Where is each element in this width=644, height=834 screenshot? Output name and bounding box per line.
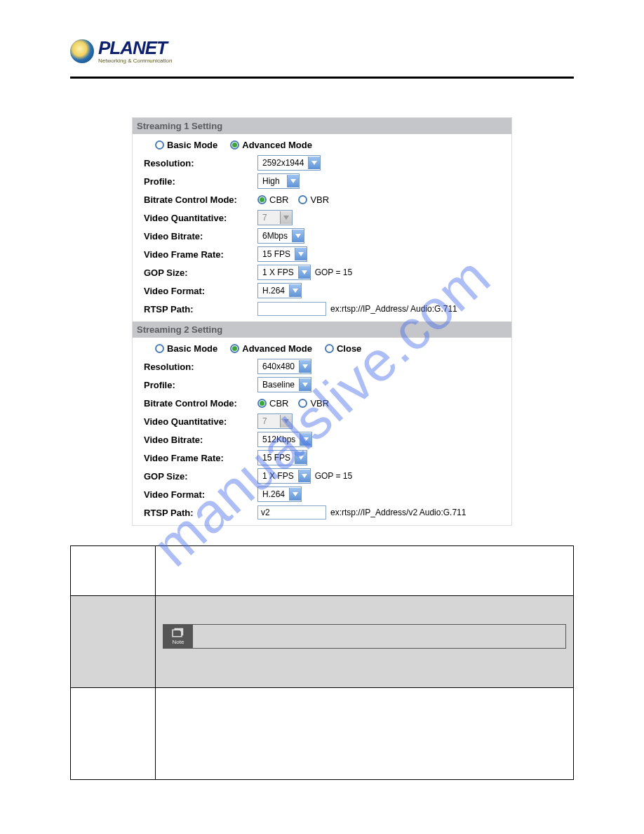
brand-logo: PLANET Networking & Communication	[70, 39, 574, 64]
s2-bitrate-mode-label: Bitrate Control Mode:	[144, 398, 257, 409]
s1-advanced-label: Advanced Mode	[242, 140, 312, 150]
s1-video-quant-label: Video Quantitative:	[144, 213, 257, 223]
s1-gop-size-select[interactable]: 1 X FPS	[257, 265, 311, 280]
s2-rtsp-path-label: RTSP Path:	[144, 508, 257, 518]
s1-video-format-value: H.264	[258, 286, 289, 296]
s2-vbr-radio[interactable]: VBR	[298, 398, 329, 409]
brand-name: PLANET	[98, 39, 172, 57]
s2-resolution-label: Resolution:	[144, 362, 257, 372]
s1-video-bitrate-value: 6Mbps	[258, 231, 292, 241]
s2-video-bitrate-label: Video Bitrate:	[144, 435, 257, 445]
note-text	[193, 625, 565, 648]
chevron-down-icon	[280, 415, 292, 428]
streaming-1-body: Basic Mode Advanced Mode Resolution: 259…	[133, 134, 511, 322]
s1-rtsp-path-label: RTSP Path:	[144, 304, 257, 315]
chevron-down-icon	[295, 451, 307, 464]
s1-profile-label: Profile:	[144, 176, 257, 187]
s1-bitrate-mode-label: Bitrate Control Mode:	[144, 194, 257, 205]
s1-basic-label: Basic Mode	[167, 140, 217, 150]
chevron-down-icon	[292, 230, 304, 242]
s2-resolution-select[interactable]: 640x480	[257, 359, 311, 374]
s1-advanced-mode-radio[interactable]: Advanced Mode	[230, 140, 312, 150]
s1-frame-rate-label: Video Frame Rate:	[144, 249, 257, 260]
s1-video-quant-value: 7	[258, 213, 280, 223]
streaming-settings-panel: Streaming 1 Setting Basic Mode Advanced …	[132, 117, 512, 526]
brand-tagline: Networking & Communication	[98, 58, 172, 64]
s2-gop-equals: GOP = 15	[315, 471, 352, 481]
description-table: Note	[70, 545, 574, 780]
chevron-down-icon	[308, 157, 320, 169]
chevron-down-icon	[298, 266, 310, 279]
s2-frame-rate-select[interactable]: 15 FPS	[257, 450, 307, 465]
s1-video-bitrate-select[interactable]: 6Mbps	[257, 228, 304, 244]
chevron-down-icon	[289, 284, 301, 297]
s1-profile-select[interactable]: High	[257, 173, 300, 189]
s2-video-bitrate-select[interactable]: 512Kbps	[257, 432, 312, 447]
chevron-down-icon	[298, 470, 310, 482]
chevron-down-icon	[287, 175, 299, 187]
s2-frame-rate-label: Video Frame Rate:	[144, 453, 257, 463]
s1-video-format-label: Video Format:	[144, 286, 257, 296]
s2-video-format-label: Video Format:	[144, 489, 257, 500]
s1-video-format-select[interactable]: H.264	[257, 283, 302, 298]
s2-gop-size-label: GOP Size:	[144, 471, 257, 482]
s1-basic-mode-radio[interactable]: Basic Mode	[155, 140, 217, 150]
chevron-down-icon	[299, 378, 311, 391]
s1-gop-equals: GOP = 15	[315, 267, 352, 277]
globe-icon	[70, 39, 94, 63]
table-row: Note	[71, 596, 574, 688]
streaming-2-header: Streaming 2 Setting	[133, 322, 511, 338]
note-box: Note	[163, 624, 566, 649]
s1-vbr-radio[interactable]: VBR	[298, 194, 329, 205]
chevron-down-icon	[299, 360, 311, 373]
s1-resolution-label: Resolution:	[144, 158, 257, 168]
s1-rtsp-hint: ex:rtsp://IP_Address/ Audio:G.711	[330, 304, 457, 314]
s1-frame-rate-select[interactable]: 15 FPS	[257, 246, 307, 262]
s2-advanced-mode-radio[interactable]: Advanced Mode	[230, 343, 312, 354]
table-row	[71, 688, 574, 780]
s2-rtsp-path-input[interactable]	[257, 505, 326, 519]
chevron-down-icon	[295, 248, 307, 260]
s2-cbr-radio[interactable]: CBR	[257, 398, 288, 409]
s2-video-quant-label: Video Quantitative:	[144, 416, 257, 427]
s1-resolution-value: 2592x1944	[258, 158, 308, 168]
chevron-down-icon	[280, 211, 292, 224]
s1-gop-size-value: 1 X FPS	[258, 267, 298, 277]
note-icon: Note	[163, 625, 193, 648]
s2-video-quant-select: 7	[257, 413, 293, 429]
s1-frame-rate-value: 15 FPS	[258, 249, 295, 259]
s1-gop-size-label: GOP Size:	[144, 267, 257, 278]
s1-resolution-select[interactable]: 2592x1944	[257, 155, 321, 171]
chevron-down-icon	[300, 433, 311, 446]
divider	[70, 77, 574, 79]
s2-rtsp-hint: ex:rtsp://IP_Address/v2 Audio:G.711	[330, 508, 466, 517]
s2-profile-select[interactable]: Baseline	[257, 377, 311, 392]
chevron-down-icon	[289, 488, 301, 501]
streaming-1-header: Streaming 1 Setting	[133, 118, 511, 134]
s2-gop-size-select[interactable]: 1 X FPS	[257, 468, 311, 484]
s2-video-format-select[interactable]: H.264	[257, 486, 302, 502]
s1-profile-value: High	[258, 176, 287, 186]
s1-rtsp-path-input[interactable]	[257, 302, 326, 316]
s1-video-quant-select: 7	[257, 210, 293, 225]
s2-basic-mode-radio[interactable]: Basic Mode	[155, 343, 217, 354]
s2-close-radio[interactable]: Close	[325, 343, 361, 354]
s2-profile-label: Profile:	[144, 380, 257, 390]
s1-cbr-radio[interactable]: CBR	[257, 194, 288, 205]
s1-video-bitrate-label: Video Bitrate:	[144, 231, 257, 241]
streaming-2-body: Basic Mode Advanced Mode Close Resolutio…	[133, 338, 511, 525]
table-row	[71, 546, 574, 596]
